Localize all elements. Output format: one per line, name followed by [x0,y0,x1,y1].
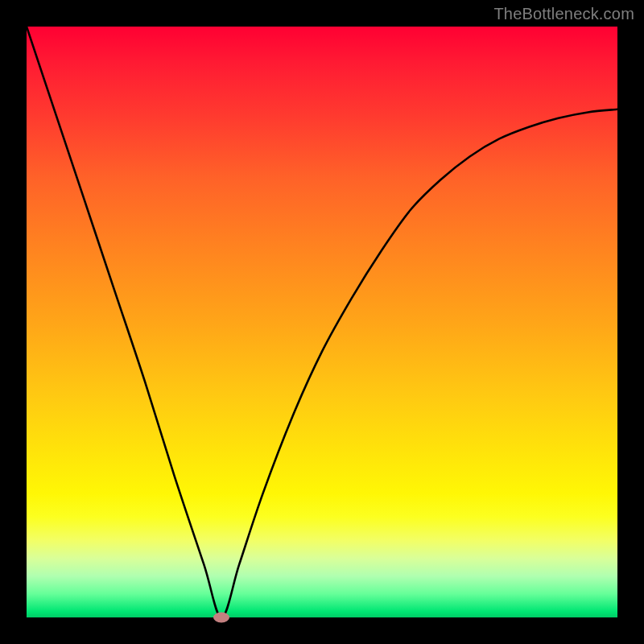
chart-frame: TheBottleneck.com [0,0,644,644]
plot-area [27,27,617,617]
watermark-text: TheBottleneck.com [493,5,634,23]
bottleneck-curve [27,27,617,617]
notch-marker [213,613,229,623]
